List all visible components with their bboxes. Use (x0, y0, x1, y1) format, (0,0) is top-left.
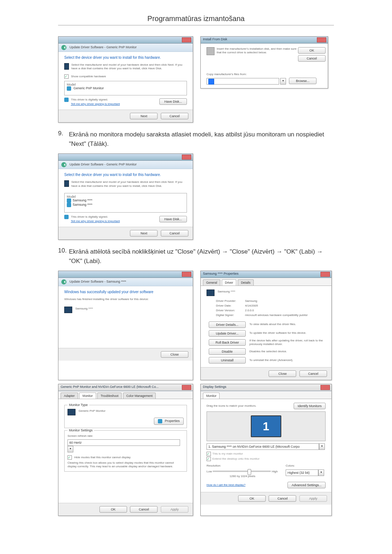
refresh-rate-select[interactable]: 60 Hertz (68, 439, 180, 446)
window-titlebar (58, 37, 193, 44)
monitor-icon (207, 290, 215, 296)
wizard-subtext: Select the manufacturer and model of you… (71, 63, 187, 71)
identify-monitors-button[interactable]: Identify Monitors (294, 403, 326, 409)
monitor-select[interactable]: 1. Samsung **** on NVIDIA GeForce 6600 L… (207, 443, 319, 450)
show-compatible-checkbox[interactable] (64, 74, 69, 79)
main-monitor-label: This is my main monitor (212, 452, 243, 456)
main-monitor-checkbox[interactable] (207, 452, 211, 456)
monitor-1-icon[interactable]: 1 (251, 415, 281, 437)
tab-monitor[interactable]: Monitor (203, 393, 220, 399)
colors-label: Colors: (286, 464, 326, 468)
apply-button[interactable]: Apply (161, 506, 188, 513)
rollback-driver-button[interactable]: Roll Back Driver (209, 339, 246, 346)
step-text-9: Ekrānā no monitora modeļu saraksta atlas… (69, 130, 334, 148)
signing-info-link[interactable]: Tell me why driver signing is important (71, 219, 120, 223)
tab-troubleshoot[interactable]: Troubleshoot (97, 393, 122, 399)
monitor-arrangement-area[interactable]: 1 (207, 411, 326, 441)
next-button[interactable]: Next (130, 113, 158, 119)
wizard-header: Update Driver Software - Samsung **** (58, 278, 193, 286)
ok-button[interactable]: OK (298, 47, 326, 54)
close-button[interactable]: Close (269, 370, 296, 377)
shield-icon (64, 215, 69, 219)
step-number-10: 10. (58, 247, 69, 266)
cancel-button[interactable]: Cancel (161, 113, 188, 119)
path-dropdown-arrow[interactable]: ▾ (280, 78, 286, 85)
tab-details[interactable]: Details (238, 279, 254, 286)
resolution-slider[interactable] (213, 471, 271, 472)
back-arrow-icon[interactable] (61, 45, 66, 50)
back-arrow-icon[interactable] (61, 279, 66, 284)
hide-modes-checkbox[interactable] (68, 455, 72, 460)
driver-details-text: To view details about the driver files. (249, 323, 326, 326)
tab-monitor[interactable]: Monitor (79, 393, 96, 399)
screenshot-monitor-adapter-props: Generic PnP Monitor and NVIDIA GeForce 6… (58, 384, 193, 516)
properties-button[interactable]: Properties (154, 418, 184, 425)
cancel-button[interactable]: Cancel (161, 230, 188, 237)
model-row-samsung-1[interactable]: Samsung **** (67, 198, 184, 203)
driver-details-button[interactable]: Driver Details... (209, 321, 246, 328)
cancel-button[interactable]: Cancel (269, 495, 296, 502)
ok-button[interactable]: OK (238, 495, 266, 502)
window-titlebar: Generic PnP Monitor and NVIDIA GeForce 6… (58, 384, 193, 391)
value-date: 4/14/2005 (245, 304, 258, 307)
ok-button[interactable]: OK (99, 506, 127, 513)
extend-desktop-label: Extend the desktop onto this monitor (212, 457, 260, 461)
window-titlebar (58, 271, 193, 278)
colors-select[interactable]: Highest (32 bit) (286, 469, 318, 476)
have-disk-button[interactable]: Have Disk... (159, 216, 187, 222)
browse-button[interactable]: Browse... (289, 78, 317, 84)
value-version: 2.0.0.0 (245, 309, 254, 312)
signing-info-link[interactable]: Tell me why driver signing is important (71, 102, 120, 106)
cancel-button[interactable]: Cancel (130, 506, 158, 513)
update-driver-button[interactable]: Update Driver... (209, 330, 246, 337)
wizard-subtext: Select the manufacturer and model of you… (71, 180, 187, 188)
monitor-icon (64, 180, 69, 187)
signed-text: This driver is digitally signed. (71, 98, 108, 101)
slider-high-label: High (272, 470, 278, 473)
drag-icons-text: Drag the icons to match your monitors. (207, 404, 256, 408)
cancel-button[interactable]: Cancel (298, 55, 326, 62)
monitor-type-legend: Monitor Type (68, 403, 89, 407)
extend-desktop-checkbox[interactable] (207, 457, 211, 461)
model-listbox[interactable]: Model Samsung **** Samsung **** (64, 193, 187, 213)
apply-button[interactable]: Apply (299, 495, 327, 502)
window-titlebar (58, 154, 193, 161)
properties-button-label: Properties (165, 419, 180, 423)
model-row-generic[interactable]: Generic PnP Monitor (67, 86, 184, 91)
dropdown-arrow-icon[interactable]: ▾ (319, 443, 325, 450)
monitor-type-fieldset: Monitor Type Generic PnP Monitor Propert… (64, 405, 187, 428)
have-disk-button[interactable]: Have Disk... (159, 98, 187, 105)
dropdown-arrow-icon[interactable]: ▾ (68, 446, 73, 452)
install-disk-message: Insert the manufacturer's installation d… (217, 47, 298, 62)
close-button[interactable]: Close (161, 351, 188, 358)
tab-color-management[interactable]: Color Management (123, 393, 156, 399)
wizard-header-text: Update Driver Software - Generic PnP Mon… (70, 163, 137, 167)
disable-text: Disables the selected device. (249, 350, 326, 353)
label-version: Driver Version: (216, 308, 245, 313)
tab-adapter[interactable]: Adapter (61, 393, 78, 399)
uninstall-button[interactable]: Uninstall (209, 357, 246, 364)
back-arrow-icon[interactable] (61, 162, 66, 167)
slider-thumb[interactable] (248, 469, 251, 475)
path-field[interactable] (207, 78, 279, 85)
disable-button[interactable]: Disable (209, 348, 246, 355)
cancel-button[interactable]: Cancel (299, 370, 327, 377)
wizard-header-text: Update Driver Software - Samsung **** (70, 280, 126, 284)
model-row-samsung-2[interactable]: Samsung **** (67, 203, 184, 207)
tab-general[interactable]: General (203, 279, 220, 286)
next-button[interactable]: Next (130, 230, 158, 237)
tab-driver[interactable]: Driver (222, 279, 237, 286)
best-display-link[interactable]: How do I get the best display? (207, 483, 245, 487)
wizard-headline: Select the device driver you want to ins… (64, 173, 187, 177)
screenshot-update-driver-havedisk: Update Driver Software - Generic PnP Mon… (58, 36, 193, 123)
window-titlebar: Samsung **** Properties (201, 271, 331, 278)
model-listbox[interactable]: Model Generic PnP Monitor (64, 81, 187, 95)
advanced-settings-button[interactable]: Advanced Settings... (287, 482, 326, 488)
dropdown-arrow-icon[interactable]: ▾ (318, 469, 324, 476)
update-driver-text: To update the driver software for this d… (249, 331, 326, 335)
slider-low-label: Low (207, 470, 212, 473)
uninstall-text: To uninstall the driver (Advanced). (249, 358, 326, 362)
shield-icon (67, 198, 71, 203)
step-text-10: Ekrānā attēlotā secībā noklikšķiniet uz … (69, 247, 334, 266)
floppy-icon (207, 47, 215, 55)
